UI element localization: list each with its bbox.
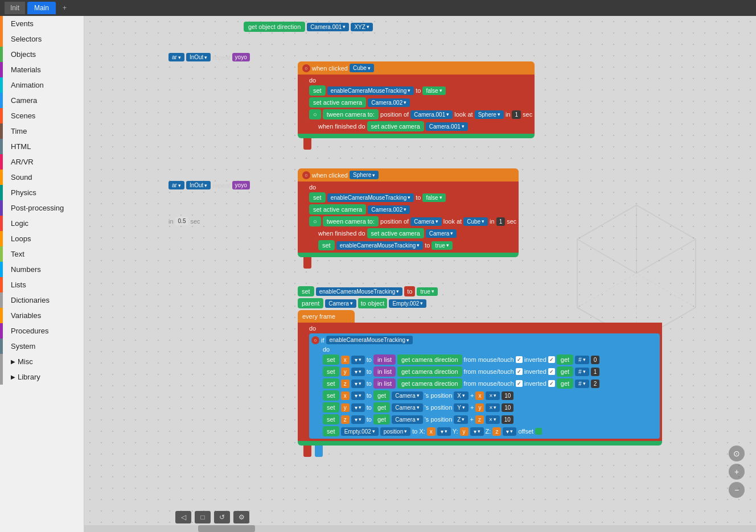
partial-block-mid: ar InOut repeat yoyo bbox=[169, 181, 250, 189]
bottom-toolbar: ◁ □ ↺ ⚙ bbox=[175, 511, 249, 523]
sidebar-item-postprocessing[interactable]: Post-processing bbox=[0, 200, 84, 216]
svg-line-9 bbox=[577, 205, 636, 239]
sidebar: Events Selectors Objects Materials Anima… bbox=[0, 16, 84, 532]
svg-line-7 bbox=[636, 205, 696, 239]
zoom-out-button[interactable]: − bbox=[729, 482, 745, 498]
tab-add[interactable]: + bbox=[58, 2, 71, 14]
zoom-controls: ⊙ + − bbox=[729, 446, 745, 498]
toolbar-btn-3[interactable]: ↺ bbox=[214, 511, 230, 523]
zoom-in-button[interactable]: + bbox=[729, 464, 745, 480]
block-footer-2 bbox=[298, 253, 519, 257]
sidebar-item-text[interactable]: Text bbox=[0, 246, 84, 262]
sidebar-item-arvr[interactable]: AR/VR bbox=[0, 154, 84, 170]
block-footer-1 bbox=[298, 134, 535, 138]
sidebar-item-library[interactable]: ▶ Library bbox=[0, 369, 84, 385]
svg-line-2 bbox=[636, 239, 696, 273]
block-group-1: ○ when clicked Cube do set enableCameraM… bbox=[298, 61, 535, 150]
sidebar-item-html[interactable]: HTML bbox=[0, 139, 84, 154]
sidebar-item-objects[interactable]: Objects bbox=[0, 47, 84, 62]
sidebar-item-time[interactable]: Time bbox=[0, 123, 84, 139]
event-header-2: ○ when clicked Sphere bbox=[298, 168, 519, 182]
top-partial-block: get object direction Camera.001 XYZ bbox=[244, 22, 373, 32]
tab-init[interactable]: Init bbox=[5, 2, 25, 14]
sidebar-item-animation[interactable]: Animation bbox=[0, 77, 84, 93]
main-area: Events Selectors Objects Materials Anima… bbox=[0, 16, 756, 532]
sidebar-item-physics[interactable]: Physics bbox=[0, 185, 84, 200]
if-block: ○ if enableCameraMouseTracking do set x … bbox=[309, 333, 660, 439]
sidebar-item-procedures[interactable]: Procedures bbox=[0, 323, 84, 339]
sidebar-item-misc[interactable]: ▶ Misc bbox=[0, 354, 84, 369]
block-group-2: ○ when clicked Sphere do set enableCamer… bbox=[298, 168, 519, 269]
event-header-1: ○ when clicked Cube bbox=[298, 61, 535, 75]
scrollbar-thumb[interactable] bbox=[198, 525, 255, 532]
toolbar-btn-1[interactable]: ◁ bbox=[175, 511, 191, 523]
sidebar-item-logic[interactable]: Logic bbox=[0, 216, 84, 231]
zoom-fit-button[interactable]: ⊙ bbox=[729, 446, 745, 461]
sidebar-item-events[interactable]: Events bbox=[0, 16, 84, 31]
sidebar-item-scenes[interactable]: Scenes bbox=[0, 108, 84, 123]
block-body-1: do set enableCameraMouseTracking to fals… bbox=[298, 75, 535, 134]
every-frame-body: do ○ if enableCameraMouseTracking do bbox=[298, 323, 662, 441]
sidebar-item-dictionaries[interactable]: Dictionaries bbox=[0, 292, 84, 308]
partial-block-bot: in 0.5 sec bbox=[169, 217, 200, 225]
app-container: Init Main + Events Selectors Objects Mat… bbox=[0, 0, 756, 532]
toolbar-btn-4[interactable]: ⚙ bbox=[233, 511, 249, 523]
tab-main[interactable]: Main bbox=[27, 2, 56, 14]
sidebar-item-selectors[interactable]: Selectors bbox=[0, 31, 84, 47]
partial-block-top: ar InOut repeat yoyo bbox=[169, 53, 250, 61]
top-bar: Init Main + bbox=[0, 0, 756, 16]
sidebar-item-system[interactable]: System bbox=[0, 339, 84, 354]
svg-line-3 bbox=[577, 239, 636, 273]
sidebar-item-lists[interactable]: Lists bbox=[0, 277, 84, 292]
sidebar-item-camera[interactable]: Camera bbox=[0, 93, 84, 108]
sidebar-item-materials[interactable]: Materials bbox=[0, 62, 84, 77]
sidebar-item-loops[interactable]: Loops bbox=[0, 231, 84, 246]
every-frame-header: every frame bbox=[298, 310, 355, 323]
canvas-area[interactable]: get object direction Camera.001 XYZ ar I… bbox=[84, 16, 756, 532]
toolbar-btn-2[interactable]: □ bbox=[195, 511, 211, 523]
block-footer-3 bbox=[298, 441, 662, 446]
misc-arrow: ▶ bbox=[11, 358, 15, 365]
horizontal-scrollbar[interactable] bbox=[84, 525, 756, 532]
sidebar-item-sound[interactable]: Sound bbox=[0, 170, 84, 185]
sidebar-item-numbers[interactable]: Numbers bbox=[0, 262, 84, 277]
sidebar-item-variables[interactable]: Variables bbox=[0, 308, 84, 323]
block-group-3: set enableCameraMouseTracking to true pa… bbox=[298, 286, 662, 457]
library-arrow: ▶ bbox=[11, 374, 15, 380]
block-body-2: do set enableCameraMouseTracking to fals… bbox=[298, 182, 519, 253]
